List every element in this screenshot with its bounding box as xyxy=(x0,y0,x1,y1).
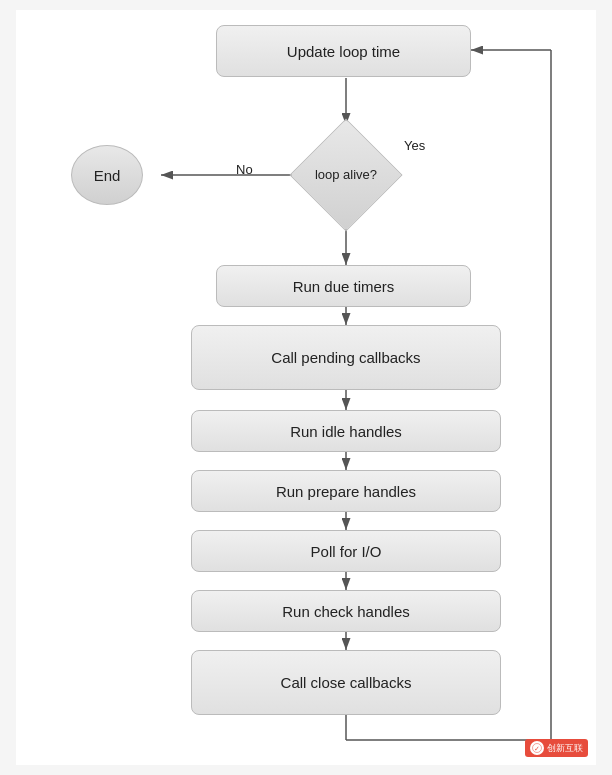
watermark-text: 创新互联 xyxy=(547,742,583,755)
run-prepare-handles-box: Run prepare handles xyxy=(191,470,501,512)
flowchart-diagram: Update loop time loop alive? Yes No End … xyxy=(16,10,596,765)
loop-alive-label: loop alive? xyxy=(296,125,396,225)
svg-text:✓: ✓ xyxy=(534,745,540,752)
watermark: ✓ 创新互联 xyxy=(525,739,588,757)
loop-alive-diamond-wrapper: loop alive? xyxy=(296,125,396,225)
run-check-handles-box: Run check handles xyxy=(191,590,501,632)
poll-for-io-box: Poll for I/O xyxy=(191,530,501,572)
no-label: No xyxy=(236,162,253,177)
end-oval: End xyxy=(71,145,143,205)
update-loop-time-box: Update loop time xyxy=(216,25,471,77)
call-close-callbacks-box: Call close callbacks xyxy=(191,650,501,715)
run-idle-handles-box: Run idle handles xyxy=(191,410,501,452)
watermark-icon: ✓ xyxy=(530,741,544,755)
call-pending-callbacks-box: Call pending callbacks xyxy=(191,325,501,390)
yes-label: Yes xyxy=(404,138,425,153)
run-due-timers-box: Run due timers xyxy=(216,265,471,307)
